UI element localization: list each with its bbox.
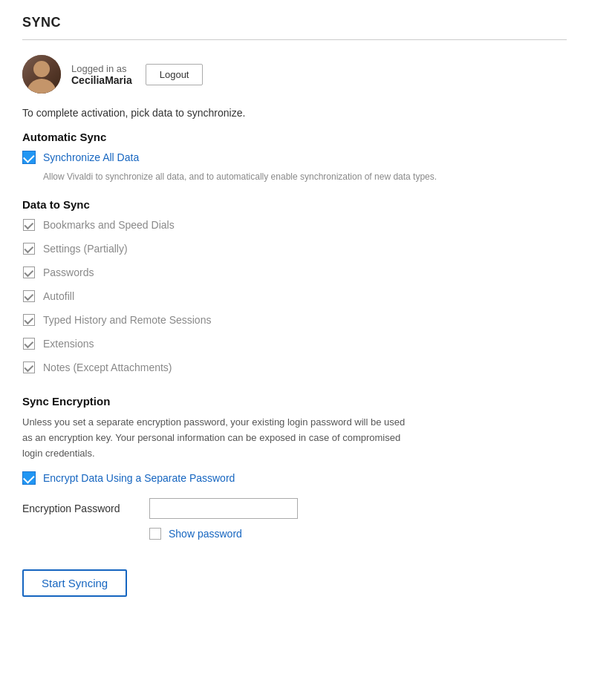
list-item: Notes (Except Attachments) [22, 361, 567, 374]
encrypt-data-row: Encrypt Data Using a Separate Password [22, 471, 567, 485]
notes-label: Notes (Except Attachments) [43, 362, 172, 373]
settings-label: Settings (Partially) [43, 243, 128, 255]
list-item: Extensions [22, 337, 567, 350]
settings-checkbox[interactable] [22, 242, 36, 255]
sync-items-list: Bookmarks and Speed Dials Settings (Part… [22, 218, 567, 380]
avatar [22, 55, 61, 94]
data-to-sync-section: Data to Sync Bookmarks and Speed Dials S… [22, 198, 567, 380]
encryption-password-input[interactable] [149, 498, 298, 519]
list-item: Typed History and Remote Sessions [22, 313, 567, 327]
synchronize-all-data-checkbox[interactable] [22, 151, 36, 164]
data-to-sync-heading: Data to Sync [22, 198, 567, 211]
automatic-sync-heading: Automatic Sync [22, 131, 567, 143]
encryption-description: Unless you set a separate encryption pas… [22, 415, 409, 461]
synchronize-all-data-description: Allow Vivaldi to synchronize all data, a… [43, 170, 567, 183]
user-section: Logged in as CeciliaMaria Logout [22, 55, 567, 94]
synchronize-all-data-row: Synchronize All Data [22, 151, 567, 164]
sync-encryption-section: Sync Encryption Unless you set a separat… [22, 395, 567, 540]
passwords-label: Passwords [43, 266, 94, 278]
bookmarks-label: Bookmarks and Speed Dials [43, 219, 175, 231]
show-password-checkbox[interactable] [149, 528, 161, 540]
extensions-label: Extensions [43, 338, 94, 350]
show-password-label: Show password [169, 528, 242, 540]
encrypt-data-label: Encrypt Data Using a Separate Password [43, 472, 235, 484]
activation-text: To complete activation, pick data to syn… [22, 107, 567, 119]
encryption-password-row: Encryption Password [22, 498, 567, 519]
show-password-row: Show password [149, 528, 567, 540]
logout-button[interactable]: Logout [146, 64, 204, 85]
start-syncing-button[interactable]: Start Syncing [22, 569, 127, 597]
logged-in-label: Logged in as [71, 63, 132, 74]
page-title: SYNC [22, 15, 567, 30]
synchronize-all-data-label: Synchronize All Data [43, 151, 139, 163]
list-item: Bookmarks and Speed Dials [22, 218, 567, 232]
avatar-image [22, 55, 61, 94]
list-item: Settings (Partially) [22, 242, 567, 255]
divider [22, 39, 567, 40]
encryption-password-label: Encryption Password [22, 503, 137, 514]
list-item: Passwords [22, 266, 567, 279]
typed-history-checkbox[interactable] [22, 313, 36, 327]
bookmarks-checkbox[interactable] [22, 218, 36, 232]
user-info: Logged in as CeciliaMaria [71, 63, 132, 86]
sync-encryption-heading: Sync Encryption [22, 395, 567, 408]
autofill-checkbox[interactable] [22, 290, 36, 303]
list-item: Autofill [22, 290, 567, 303]
passwords-checkbox[interactable] [22, 266, 36, 279]
extensions-checkbox[interactable] [22, 337, 36, 350]
automatic-sync-section: Automatic Sync Synchronize All Data Allo… [22, 131, 567, 183]
autofill-label: Autofill [43, 290, 74, 302]
username: CeciliaMaria [71, 74, 132, 86]
notes-checkbox[interactable] [22, 361, 36, 374]
typed-history-label: Typed History and Remote Sessions [43, 314, 211, 326]
encrypt-data-checkbox[interactable] [22, 471, 36, 485]
